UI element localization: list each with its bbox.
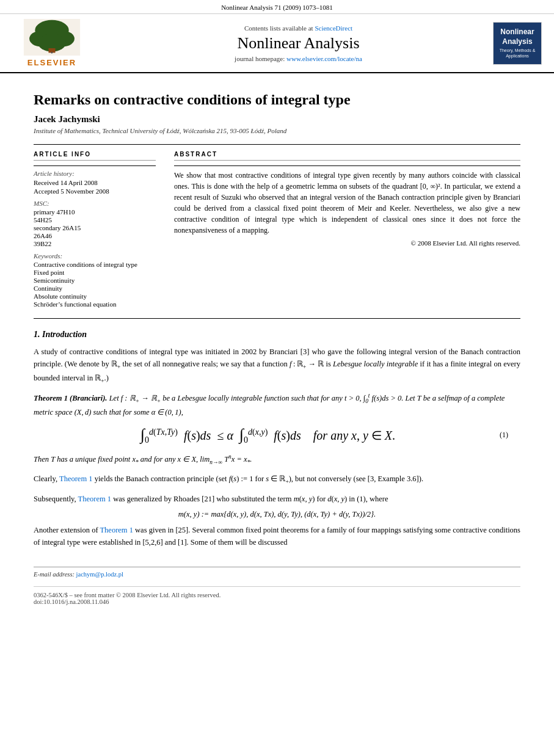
- keyword-4: Continuity: [34, 285, 156, 292]
- abstract-text: We show that most contractive conditions…: [174, 170, 520, 236]
- bottom-text-1: 0362-546X/$ – see front matter © 2008 El…: [34, 592, 520, 598]
- abstract-col: ABSTRACT We show that most contractive c…: [174, 151, 520, 308]
- received-date: Received 14 April 2008: [34, 179, 156, 186]
- msc-primary: primary 47H10: [34, 208, 156, 216]
- page: Nonlinear Analysis 71 (2009) 1073–1081 ●…: [0, 0, 554, 756]
- msc-secondary: secondary 26A15: [34, 224, 156, 231]
- abstract-header: ABSTRACT: [174, 151, 520, 161]
- divider2: [34, 165, 156, 166]
- keywords-label: Keywords:: [34, 252, 156, 260]
- theorem1-conclusion: Then T has a unique fixed point x* and f…: [34, 453, 520, 467]
- msc-label: MSC:: [34, 200, 156, 207]
- para3: Subsequently, Theorem 1 was generalized …: [34, 493, 520, 505]
- elsevier-brand-text: ELSEVIER: [27, 58, 76, 67]
- two-col-section: Article Info Article history: Received 1…: [34, 151, 520, 308]
- article-history-label: Article history:: [34, 170, 156, 177]
- theorem1-ref1: Theorem 1: [59, 474, 93, 483]
- theorem1-label: (Branciari).: [70, 394, 107, 402]
- logo-subtitle: Theory, Methods &Applications: [500, 48, 536, 59]
- divider3: [174, 165, 520, 166]
- keyword-1: Contractive conditions of integral type: [34, 261, 156, 268]
- affiliation: Institute of Mathematics, Technical Univ…: [34, 127, 520, 134]
- article-info-col: Article Info Article history: Received 1…: [34, 151, 156, 308]
- logo-analysis: Analysis: [502, 37, 532, 47]
- journal-title: Nonlinear Analysis: [104, 34, 493, 53]
- journal-homepage: journal homepage: www.elsevier.com/locat…: [104, 55, 493, 62]
- elsevier-tree-icon: ●: [21, 19, 82, 56]
- logo-nonlinear: Nonlinear: [500, 27, 534, 37]
- equation1: ∫0d(Tx,Ty) f(s)ds ≤ α ∫0d(x,y) f(s)ds fo…: [34, 426, 520, 445]
- journal-logo-right: Nonlinear Analysis Theory, Methods &Appl…: [493, 22, 542, 65]
- article-title: Remarks on contractive conditions of int…: [34, 92, 520, 108]
- journal-header: ● ELSEVIER Contents lists available at S…: [0, 14, 554, 73]
- top-bar: Nonlinear Analysis 71 (2009) 1073–1081: [0, 0, 554, 14]
- journal-center: Contents lists available at ScienceDirec…: [104, 24, 493, 62]
- footnote-email: E-mail address: jachym@p.lodz.pl: [34, 571, 520, 578]
- theorem1-block: Theorem 1 (Branciari). Let f : ℝ+ → ℝ+ b…: [34, 391, 520, 418]
- m-formula: m(x, y) := max{d(x, y), d(x, Tx), d(y, T…: [34, 510, 520, 519]
- equation1-content: ∫0d(Tx,Ty) f(s)ds ≤ α ∫0d(x,y) f(s)ds fo…: [46, 426, 490, 445]
- para2: Clearly, Theorem 1 yields the Banach con…: [34, 473, 520, 487]
- keyword-2: Fixed point: [34, 269, 156, 276]
- msc-code-2: 26A46: [34, 232, 156, 239]
- footnote-divider: E-mail address: jachym@p.lodz.pl: [34, 567, 520, 578]
- keyword-3: Semicontinuity: [34, 277, 156, 284]
- accepted-date: Accepted 5 November 2008: [34, 187, 156, 195]
- divider: [34, 144, 520, 145]
- intro-title: 1. Introduction: [34, 330, 520, 340]
- journal-citation: Nonlinear Analysis 71 (2009) 1073–1081: [221, 4, 333, 11]
- eq-number-1: (1): [490, 431, 508, 440]
- theorem1-title: Theorem 1: [34, 394, 68, 402]
- bottom-text-2: doi:10.1016/j.na.2008.11.046: [34, 598, 520, 605]
- bottom-info: 0362-546X/$ – see front matter © 2008 El…: [34, 586, 520, 605]
- para4: Another extension of Theorem 1 was given…: [34, 524, 520, 548]
- main-content: Remarks on contractive conditions of int…: [0, 73, 554, 617]
- theorem1-ref2: Theorem 1: [78, 495, 112, 503]
- svg-text:●: ●: [51, 50, 53, 54]
- copyright: © 2008 Elsevier Ltd. All rights reserved…: [174, 239, 520, 247]
- author-name: Jacek Jachymski: [34, 114, 520, 125]
- msc-code-1: 54H25: [34, 216, 156, 224]
- divider4: [34, 318, 520, 319]
- elsevier-logo: ● ELSEVIER: [12, 19, 92, 67]
- keyword-5: Absolute continuity: [34, 293, 156, 300]
- intro-para1: A study of contractive conditions of int…: [34, 346, 520, 385]
- homepage-link[interactable]: www.elsevier.com/locate/na: [286, 55, 362, 62]
- msc-code-3: 39B22: [34, 240, 156, 247]
- theorem1-ref3: Theorem 1: [100, 526, 133, 534]
- sciencedirect-link[interactable]: ScienceDirect: [315, 24, 352, 32]
- article-info-header: Article Info: [34, 151, 156, 161]
- keyword-6: Schröder’s functional equation: [34, 300, 156, 308]
- email-link[interactable]: jachym@p.lodz.pl: [76, 571, 123, 578]
- contents-line: Contents lists available at ScienceDirec…: [104, 24, 493, 32]
